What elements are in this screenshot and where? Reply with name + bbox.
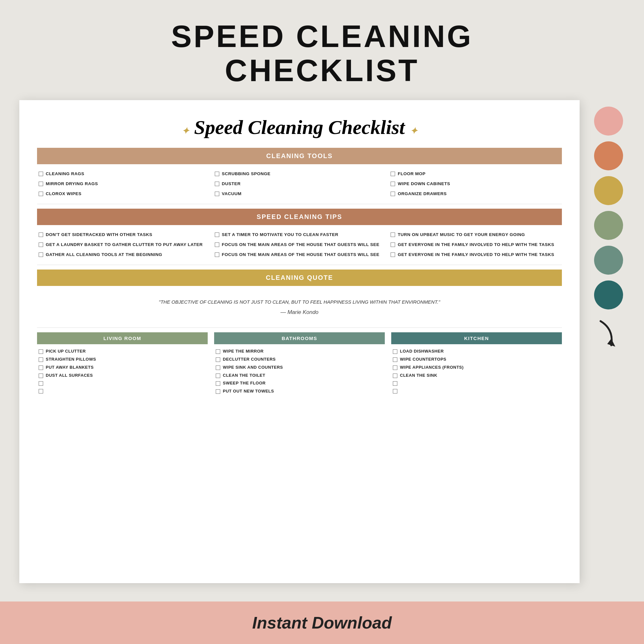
arrow-container <box>592 318 625 351</box>
list-item[interactable]: DUST ALL SURFACES <box>39 373 206 378</box>
bathrooms-header: BATHROOMS <box>214 332 385 344</box>
list-item[interactable]: WIPE DOWN CABINETS <box>391 180 560 188</box>
quote-text: "THE OBJECTIVE OF CLEANING IS NOT JUST T… <box>47 298 552 306</box>
list-item[interactable] <box>39 381 206 386</box>
list-item[interactable] <box>393 388 560 393</box>
quote-section-header: CLEANING QUOTE <box>37 270 562 286</box>
list-item[interactable]: SET A TIMER TO MOTIVATE YOU TO CLEAN FAS… <box>215 231 384 239</box>
bottom-bar: Instant Download <box>0 601 644 644</box>
living-room-header: LIVING ROOM <box>37 332 208 344</box>
list-item[interactable]: SWEEP THE FLOOR <box>216 381 383 386</box>
list-item[interactable]: TURN ON UPBEAT MUSIC TO GET YOUR ENERGY … <box>391 231 560 239</box>
list-item[interactable]: FOCUS ON THE MAIN AREAS OF THE HOUSE THA… <box>215 241 384 249</box>
color-swatch-pink <box>594 107 623 136</box>
page-main-title: SPEED CLEANING CHECKLIST <box>171 19 473 87</box>
bottom-bar-text: Instant Download <box>252 613 392 632</box>
list-item[interactable]: LOAD DISHWASHER <box>393 349 560 354</box>
color-swatch-terra-cotta <box>594 141 623 170</box>
kitchen-items: LOAD DISHWASHER WIPE COUNTERTOPS WIPE AP… <box>391 349 562 394</box>
bathrooms-items: WIPE THE MIRROR DECLUTTER COUNTERS WIPE … <box>214 349 385 394</box>
list-item[interactable]: ORGANIZE DRAWERS <box>391 190 560 198</box>
list-item[interactable]: CLEANING RAGS <box>39 170 208 178</box>
list-item[interactable]: WIPE THE MIRROR <box>216 349 383 354</box>
list-item[interactable]: DUSTER <box>215 180 384 188</box>
room-sections: LIVING ROOM PICK UP CLUTTER STRAIGHTEN P… <box>37 332 562 394</box>
living-room-items: PICK UP CLUTTER STRAIGHTEN PILLOWS PUT A… <box>37 349 208 394</box>
color-swatch-sage <box>594 211 623 240</box>
list-item[interactable]: WIPE COUNTERTOPS <box>393 357 560 362</box>
list-item[interactable]: CLEAN THE SINK <box>393 373 560 378</box>
list-item[interactable]: DECLUTTER COUNTERS <box>216 357 383 362</box>
list-item[interactable]: DON'T GET SIDETRACKED WITH OTHER TASKS <box>39 231 208 239</box>
color-swatches-panel <box>592 100 625 351</box>
list-item[interactable]: GET EVERYONE IN THE FAMILY INVOLVED TO H… <box>391 241 560 249</box>
list-item[interactable] <box>393 381 560 386</box>
list-item[interactable] <box>39 388 206 393</box>
checklist-document: ✦ Speed Cleaning Checklist ✦ CLEANING TO… <box>19 100 580 583</box>
list-item[interactable]: PUT AWAY BLANKETS <box>39 365 206 370</box>
arrow-icon <box>592 318 625 351</box>
tips-section-header: SPEED CLEANING TIPS <box>37 209 562 225</box>
kitchen-header: KITCHEN <box>391 332 562 344</box>
kitchen-section: KITCHEN LOAD DISHWASHER WIPE COUNTERTOPS… <box>391 332 562 394</box>
tools-section-header: CLEANING TOOLS <box>37 148 562 164</box>
document-title: ✦ Speed Cleaning Checklist ✦ <box>37 116 562 138</box>
list-item[interactable]: FOCUS ON THE MAIN AREAS OF THE HOUSE THA… <box>215 251 384 259</box>
list-item[interactable]: WIPE SINK AND COUNTERS <box>216 365 383 370</box>
color-swatch-gold <box>594 176 623 205</box>
list-item[interactable]: PUT OUT NEW TOWELS <box>216 389 383 394</box>
color-swatch-teal-light <box>594 246 623 275</box>
quote-box: "THE OBJECTIVE OF CLEANING IS NOT JUST T… <box>37 292 562 323</box>
list-item[interactable]: WIPE APPLIANCES (FRONTS) <box>393 365 560 370</box>
list-item[interactable]: GET A LAUNDRY BASKET TO GATHER CLUTTER T… <box>39 241 208 249</box>
tips-grid: DON'T GET SIDETRACKED WITH OTHER TASKS S… <box>37 231 562 259</box>
living-room-section: LIVING ROOM PICK UP CLUTTER STRAIGHTEN P… <box>37 332 208 394</box>
list-item[interactable]: STRAIGHTEN PILLOWS <box>39 357 206 362</box>
list-item[interactable]: GET EVERYONE IN THE FAMILY INVOLVED TO H… <box>391 251 560 259</box>
color-swatch-teal-dark <box>594 280 623 309</box>
list-item[interactable]: PICK UP CLUTTER <box>39 349 206 354</box>
list-item[interactable]: SCRUBBING SPONGE <box>215 170 384 178</box>
list-item[interactable]: CLEAN THE TOILET <box>216 373 383 378</box>
quote-attribution: — Marie Kondo <box>47 308 552 317</box>
list-item[interactable]: FLOOR MOP <box>391 170 560 178</box>
list-item[interactable]: CLOROX WIPES <box>39 190 208 198</box>
list-item[interactable]: GATHER ALL CLEANING TOOLS AT THE BEGINNI… <box>39 251 208 259</box>
list-item[interactable]: VACUUM <box>215 190 384 198</box>
list-item[interactable]: MIRROR DRYING RAGS <box>39 180 208 188</box>
bathrooms-section: BATHROOMS WIPE THE MIRROR DECLUTTER COUN… <box>214 332 385 394</box>
tools-grid: CLEANING RAGS SCRUBBING SPONGE FLOOR MOP… <box>37 170 562 198</box>
